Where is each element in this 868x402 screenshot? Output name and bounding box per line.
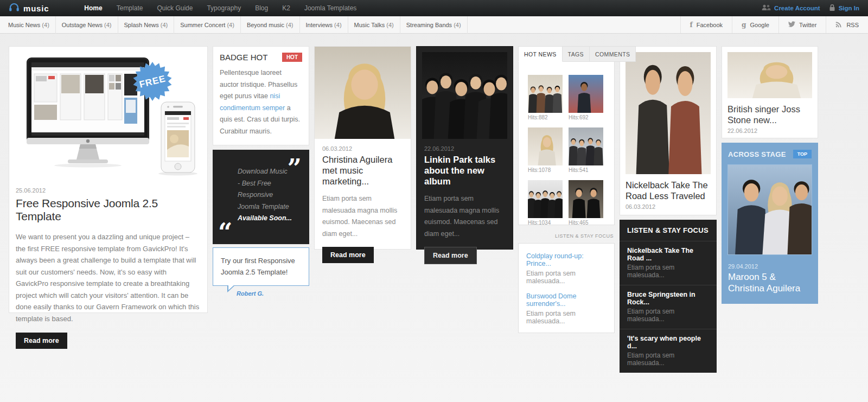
panel-title: ACROSS STAGE [728,150,786,158]
hot-news-thumbnail[interactable] [528,180,563,218]
article-link[interactable]: Bruce Springsteen in Rock... [627,291,709,306]
site-logo[interactable]: music [9,3,49,14]
article-title[interactable]: Maroon 5 & Christina Aguilera [728,271,812,294]
hot-news-panel: Hits:882 Hits:692 Hits:1078 Hits:541 [518,61,615,225]
hot-news-item: Hits:882 [528,75,563,120]
subnav-item-music-news[interactable]: Music News (4) [2,16,56,34]
article-link[interactable]: Nickelback Take The Road ... [627,247,709,262]
quote-highlight: Available Soon... [238,213,298,225]
read-more-button[interactable]: Read more [424,247,477,264]
hot-news-item: Hits:692 [569,75,603,120]
article-title[interactable]: Christina Aguilera met music marketing..… [322,154,403,187]
subnav-item-summer-concert[interactable]: Summer Concert (4) [174,16,241,34]
hot-news-item: Hits:541 [569,127,603,173]
top-badge[interactable]: TOP [793,150,812,158]
menu-item-template[interactable]: Template [110,0,150,16]
account-area: Create Account Sign In [762,4,859,12]
hits-count: Hits:1078 [528,167,563,173]
hits-count: Hits:1034 [528,220,563,226]
article-date: 06.03.2012 [626,203,711,210]
hot-news-thumbnail[interactable] [569,127,603,165]
article-date: 22.06.2012 [424,145,505,152]
dark-quote-box: ” “ Download Music - Best Free Responsiv… [213,150,309,244]
hot-news-thumbnail[interactable] [528,127,563,165]
hits-count: Hits:692 [569,114,603,120]
tab-hot-news[interactable]: HOT NEWS [518,46,563,62]
article-excerpt: Etiam porta sem malesuada... [627,308,709,323]
article-link[interactable]: 'It's scary when people d... [627,335,709,350]
social-links: fFacebook gGoogle Twitter RSS [680,16,868,33]
tab-tags[interactable]: TAGS [563,46,590,62]
hot-news-item: Hits:465 [569,180,603,226]
subnav-item-beyond-music[interactable]: Beyond music (4) [241,16,300,34]
article-title[interactable]: British singer Joss Stone new... [727,104,812,125]
article-excerpt: Etiam porta sem malesuada... [526,310,607,325]
feature-read-more-button[interactable]: Read more [16,333,67,349]
article-card-linkin-park: 22.06.2012 Linkin Park talks about the n… [416,46,513,250]
subnav-item-streaming-bands[interactable]: Streaming Bands (4) [400,16,468,34]
article-image-nickelback[interactable] [626,52,711,174]
article-link[interactable]: Coldplay round-up: Prince... [526,252,607,267]
listen-stay-focus-label: LISTEN & STAY FOCUS [519,233,614,239]
sign-in-link[interactable]: Sign In [829,4,859,12]
menu-item-joomla-templates[interactable]: Joomla Templates [297,0,364,16]
hot-news-thumbnail[interactable] [569,180,603,218]
menu-item-blog[interactable]: Blog [248,0,275,16]
across-stage-panel: ACROSS STAGE TOP 29.04.2012 Maroon 5 & C… [722,143,818,304]
hot-news-thumbnail[interactable] [528,75,563,113]
hot-news-item: Hits:1078 [528,127,563,173]
feature-article-body: We want to present you a dazzling and un… [16,231,201,324]
subnav-item-music-talks[interactable]: Music Talks (4) [348,16,400,34]
article-link[interactable]: Burswood Dome surrender's... [526,292,607,308]
facebook-link[interactable]: fFacebook [680,16,732,33]
twitter-icon [788,21,795,28]
article-excerpt: Etiam porta sem malesuada magna mollis e… [424,193,505,240]
article-card-nickelback: Nickelback Take The Road Less Traveled 0… [620,46,717,215]
read-more-button[interactable]: Read more [322,247,374,263]
article-date: 06.03.2012 [322,145,403,152]
menu-item-k2[interactable]: K2 [275,0,297,16]
hot-news-item: Hits:1034 [528,180,563,226]
subnav-item-splash-news[interactable]: Splash News (4) [118,16,175,34]
news-tabs: HOT NEWS TAGS COMMENTS [518,46,615,62]
rss-link[interactable]: RSS [826,16,868,33]
article-image-maroon5[interactable] [728,165,812,254]
feature-article-date: 25.06.2012 [16,187,201,194]
subnav-item-outstage-news[interactable]: Outstage News (4) [56,16,118,34]
feature-article-card: FREE 25.06.2012 Free Responsive Joomla 2… [9,46,208,313]
listen-stay-focus-panel: LISTEN & STAY FOCUS Nickelback Take The … [620,220,717,373]
twitter-link[interactable]: Twitter [778,16,826,33]
article-image-linkin-park[interactable] [422,52,507,139]
listen-links-panel: Coldplay round-up: Prince... Etiam porta… [518,243,615,333]
google-icon: g [742,21,746,29]
main-menu: Home Template Quick Guide Typography Blo… [77,0,363,16]
subnav-item-interviews[interactable]: Interviews (4) [300,16,348,34]
article-excerpt: Etiam porta sem malesuada... [526,270,607,285]
menu-item-home[interactable]: Home [77,0,109,16]
list-item: 'It's scary when people d... Etiam porta… [620,329,717,373]
feature-article-image: FREE [16,53,201,181]
article-image-joss-stone[interactable] [727,52,812,98]
menu-item-typography[interactable]: Typography [200,0,248,16]
article-title[interactable]: Nickelback Take The Road Less Traveled [626,180,711,201]
feature-article-title[interactable]: Free Responsive Joomla 2.5 Template [16,197,201,223]
facebook-icon: f [690,21,693,29]
menu-item-quick-guide[interactable]: Quick Guide [150,0,200,16]
hits-count: Hits:541 [569,167,603,173]
article-title[interactable]: Linkin Park talks about the new album [424,154,505,187]
hot-news-thumbnail[interactable] [569,75,603,113]
article-excerpt: Etiam porta sem malesuada magna mollis e… [322,193,403,240]
top-navbar: music Home Template Quick Guide Typograp… [0,0,868,16]
article-image-christina[interactable] [315,47,411,139]
google-link[interactable]: gGoogle [732,16,778,33]
tab-comments[interactable]: COMMENTS [590,46,636,62]
brand-name: music [23,4,49,13]
badge-hot-title: BADGE HOT [220,53,267,62]
rss-icon [835,21,843,29]
testimonial-author: Robert G. [237,290,309,297]
open-quote-icon: “ [218,227,232,238]
hot-badge: HOT [282,53,302,62]
list-item: Nickelback Take The Road ... Etiam porta… [620,241,717,285]
create-account-link[interactable]: Create Account [762,4,820,12]
list-item: Burswood Dome surrender's... Etiam porta… [526,292,607,325]
